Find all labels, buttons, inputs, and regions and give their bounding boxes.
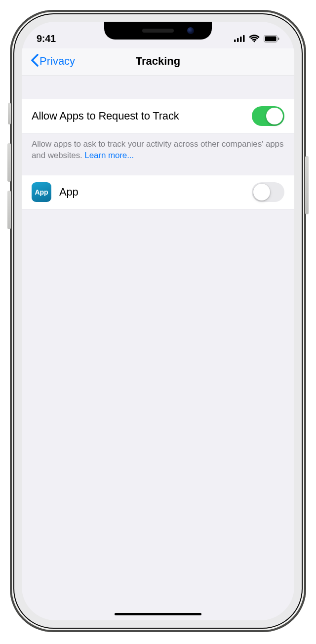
back-label: Privacy bbox=[40, 55, 75, 68]
phone-frame: 9:41 bbox=[10, 10, 306, 632]
back-button[interactable]: Privacy bbox=[31, 54, 75, 69]
screen: 9:41 bbox=[22, 22, 294, 620]
volume-up-button bbox=[7, 143, 11, 182]
status-indicators bbox=[234, 35, 279, 42]
svg-rect-1 bbox=[237, 38, 239, 42]
speaker-grille bbox=[142, 29, 174, 33]
learn-more-link[interactable]: Learn more... bbox=[84, 151, 134, 160]
allow-tracking-row: Allow Apps to Request to Track bbox=[22, 99, 294, 133]
app-icon: App bbox=[32, 182, 51, 202]
home-indicator[interactable] bbox=[115, 613, 201, 615]
content-area: Allow Apps to Request to Track Allow app… bbox=[22, 76, 294, 209]
cellular-signal-icon bbox=[234, 35, 245, 42]
svg-rect-0 bbox=[234, 40, 236, 42]
chevron-left-icon bbox=[31, 54, 40, 69]
switch-knob bbox=[253, 184, 270, 201]
allow-tracking-label: Allow Apps to Request to Track bbox=[32, 110, 179, 122]
notch bbox=[104, 22, 212, 40]
app-row: App App bbox=[22, 175, 294, 209]
svg-rect-6 bbox=[278, 38, 279, 40]
battery-icon bbox=[264, 35, 279, 42]
footer-description: Allow apps to ask to track your activity… bbox=[32, 139, 283, 160]
mute-switch bbox=[8, 103, 11, 124]
app-tracking-toggle[interactable] bbox=[252, 182, 284, 202]
status-time: 9:41 bbox=[37, 33, 56, 44]
power-button bbox=[305, 156, 309, 214]
front-camera bbox=[187, 27, 194, 34]
allow-tracking-toggle[interactable] bbox=[252, 106, 284, 126]
svg-rect-5 bbox=[265, 36, 276, 41]
app-name-label: App bbox=[59, 186, 79, 199]
page-title: Tracking bbox=[136, 55, 180, 68]
section-footer: Allow apps to ask to track your activity… bbox=[22, 133, 294, 175]
switch-knob bbox=[266, 108, 283, 124]
svg-rect-2 bbox=[240, 37, 242, 42]
volume-down-button bbox=[7, 191, 11, 229]
app-row-left: App App bbox=[32, 182, 79, 202]
wifi-icon bbox=[249, 35, 260, 42]
svg-rect-3 bbox=[243, 35, 245, 42]
nav-bar: Privacy Tracking bbox=[22, 48, 294, 76]
